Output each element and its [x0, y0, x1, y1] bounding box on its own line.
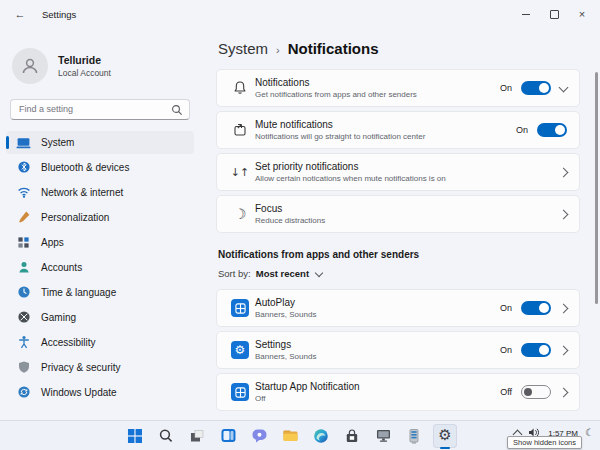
- task-view-button[interactable]: [185, 424, 209, 448]
- chevron-down-icon[interactable]: [559, 82, 569, 92]
- settings-notifications-toggle[interactable]: [521, 343, 551, 357]
- file-explorer-button[interactable]: [278, 424, 302, 448]
- time-language-icon: [16, 285, 31, 300]
- close-button[interactable]: ×: [568, 2, 596, 26]
- notifications-toggle[interactable]: [521, 81, 551, 95]
- sidebar-item-system[interactable]: System: [6, 131, 194, 154]
- sort-by-value: Most recent: [256, 268, 309, 279]
- card-title: Notifications: [255, 77, 490, 88]
- sidebar-item-apps[interactable]: Apps: [6, 231, 194, 254]
- chevron-right-icon: [559, 167, 569, 177]
- app-name: Settings: [255, 339, 490, 350]
- file-explorer-icon: [281, 427, 298, 444]
- search-icon: [171, 102, 183, 120]
- chevron-right-icon: [559, 209, 569, 219]
- start-button[interactable]: [123, 424, 147, 448]
- server-icon: [406, 428, 422, 444]
- sidebar-item-label: Apps: [41, 237, 64, 248]
- scrollbar[interactable]: [595, 72, 598, 304]
- minimize-button[interactable]: [512, 2, 540, 26]
- card-mute-notifications[interactable]: Mute notifications Notifications will go…: [216, 111, 580, 149]
- edge-icon: [313, 428, 329, 444]
- edge-button[interactable]: [309, 424, 333, 448]
- maximize-button[interactable]: [540, 2, 568, 26]
- startup-app-icon: [225, 383, 255, 401]
- card-title: Focus: [255, 203, 550, 214]
- toggle-state-label: On: [500, 83, 512, 93]
- toggle-state-label: On: [500, 303, 512, 313]
- sidebar-nav: System Bluetooth & devices Network & int…: [0, 130, 200, 405]
- settings-window: ← Settings × Telluride Local Account: [0, 0, 600, 450]
- sort-by-dropdown[interactable]: Sort by: Most recent: [218, 268, 580, 279]
- window-title: Settings: [42, 9, 76, 20]
- settings-app-icon: ⚙: [225, 341, 255, 359]
- minimize-icon: [522, 14, 530, 15]
- chat-button[interactable]: [247, 424, 271, 448]
- sidebar-item-label: Accessibility: [41, 337, 95, 348]
- app-desc: Banners, Sounds: [255, 310, 490, 319]
- store-button[interactable]: [340, 424, 364, 448]
- card-focus[interactable]: ☽ Focus Reduce distractions: [216, 195, 580, 233]
- gaming-xbox-icon: [16, 310, 31, 325]
- card-title: Mute notifications: [255, 119, 506, 130]
- sidebar-item-time-language[interactable]: Time & language: [6, 281, 194, 304]
- store-icon: [344, 428, 360, 444]
- sidebar-item-privacy-security[interactable]: Privacy & security: [6, 356, 194, 379]
- sidebar-item-bluetooth-devices[interactable]: Bluetooth & devices: [6, 156, 194, 179]
- breadcrumb-separator: ›: [276, 44, 280, 56]
- apps-grid-icon: [16, 235, 31, 250]
- priority-arrows-icon: ↓↑: [225, 166, 255, 179]
- sidebar-item-label: Gaming: [41, 312, 76, 323]
- mute-notifications-icon: [225, 122, 255, 138]
- mute-notifications-toggle[interactable]: [537, 123, 567, 137]
- accounts-person-icon: [16, 260, 31, 275]
- user-account[interactable]: Telluride Local Account: [0, 42, 200, 94]
- user-name: Telluride: [58, 54, 111, 66]
- gear-icon: ⚙: [438, 428, 451, 443]
- sidebar-item-gaming[interactable]: Gaming: [6, 306, 194, 329]
- chevron-right-icon: [559, 345, 569, 355]
- chevron-right-icon: [559, 303, 569, 313]
- sidebar-item-personalization[interactable]: Personalization: [6, 206, 194, 229]
- sidebar-item-label: System: [41, 137, 74, 148]
- focus-assist-moon-icon[interactable]: ☾: [585, 428, 594, 438]
- sidebar-item-accounts[interactable]: Accounts: [6, 256, 194, 279]
- personalization-brush-icon: [16, 210, 31, 225]
- card-title: Set priority notifications: [255, 161, 550, 172]
- sidebar-item-label: Time & language: [41, 287, 116, 298]
- monitor-app-button[interactable]: [371, 424, 395, 448]
- widgets-icon: [219, 427, 236, 444]
- chevron-down-icon: [315, 268, 323, 276]
- back-button[interactable]: ←: [10, 8, 30, 20]
- sidebar: Telluride Local Account System Bluetooth…: [0, 28, 200, 421]
- startup-app-notification-toggle[interactable]: [521, 385, 551, 399]
- settings-taskbar-button[interactable]: ⚙: [433, 424, 457, 448]
- maximize-icon: [550, 10, 559, 19]
- bell-icon: [225, 80, 255, 96]
- network-icon: [16, 185, 31, 200]
- search-input[interactable]: [10, 99, 190, 120]
- window-controls: ×: [512, 2, 596, 26]
- breadcrumb-system[interactable]: System: [218, 40, 268, 57]
- toggle-state-label: Off: [500, 387, 512, 397]
- autoplay-toggle[interactable]: [521, 301, 551, 315]
- sidebar-item-label: Bluetooth & devices: [41, 162, 129, 173]
- sidebar-item-windows-update[interactable]: Windows Update: [6, 381, 194, 404]
- app-row-settings[interactable]: ⚙ Settings Banners, Sounds On: [216, 331, 580, 369]
- server-app-button[interactable]: [402, 424, 426, 448]
- sidebar-item-network-internet[interactable]: Network & internet: [6, 181, 194, 204]
- app-row-autoplay[interactable]: AutoPlay Banners, Sounds On: [216, 289, 580, 327]
- chat-icon: [250, 427, 267, 444]
- card-notifications[interactable]: Notifications Get notifications from app…: [216, 69, 580, 107]
- search-taskbar-button[interactable]: [154, 424, 178, 448]
- sidebar-item-accessibility[interactable]: Accessibility: [6, 331, 194, 354]
- toggle-state-label: On: [516, 125, 528, 135]
- widgets-button[interactable]: [216, 424, 240, 448]
- user-account-type: Local Account: [58, 68, 111, 78]
- sidebar-item-label: Network & internet: [41, 187, 123, 198]
- app-row-startup-app-notification[interactable]: Startup App Notification Off Off: [216, 373, 580, 411]
- privacy-shield-icon: [16, 360, 31, 375]
- card-desc: Allow certain notications when mute noti…: [255, 174, 550, 183]
- card-set-priority-notifications[interactable]: ↓↑ Set priority notifications Allow cert…: [216, 153, 580, 191]
- start-icon: [127, 428, 143, 444]
